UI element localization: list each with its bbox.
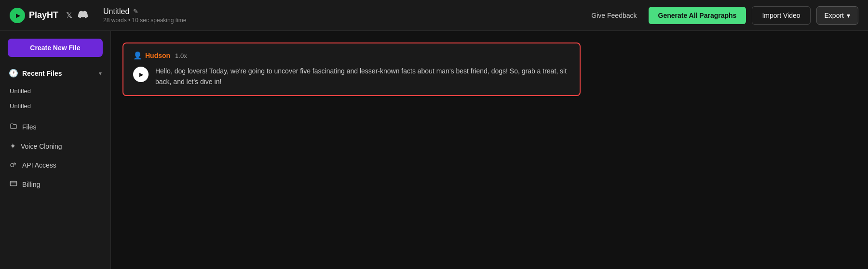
- topbar-right: Give Feedback Generate All Paragraphs Im…: [585, 6, 858, 25]
- export-label: Export: [825, 12, 844, 19]
- sidebar-item-billing[interactable]: Billing: [4, 175, 107, 194]
- generate-button[interactable]: Generate All Paragraphs: [649, 7, 746, 24]
- list-item[interactable]: Untitled: [4, 84, 107, 99]
- topbar-center: Untitled ✎ 28 words • 10 sec speaking ti…: [103, 7, 585, 24]
- import-video-button[interactable]: Import Video: [752, 6, 810, 25]
- topbar-left: PlayHT 𝕏: [10, 8, 88, 23]
- list-item[interactable]: Untitled: [4, 99, 107, 113]
- chevron-down-icon: ▾: [99, 70, 102, 77]
- clock-icon: 🕐: [9, 69, 18, 78]
- card-header: 👤 Hudson 1.0x: [133, 51, 570, 60]
- recent-files-section: 🕐 Recent Files ▾: [0, 65, 110, 82]
- voice-name: Hudson: [145, 52, 170, 59]
- sidebar-nav: Files ✦ Voice Cloning API Access Billing: [0, 113, 110, 194]
- logo[interactable]: PlayHT: [10, 8, 58, 23]
- sidebar-item-files[interactable]: Files: [4, 117, 107, 137]
- recent-files-title: 🕐 Recent Files: [9, 69, 62, 78]
- voice-selector[interactable]: 👤 Hudson: [133, 51, 170, 60]
- file-title: Untitled: [103, 7, 129, 16]
- api-key-icon: [10, 160, 17, 170]
- files-icon: [10, 122, 17, 132]
- voice-person-icon: 👤: [133, 51, 142, 60]
- svg-point-0: [11, 164, 14, 167]
- playht-logo-icon: [10, 8, 25, 23]
- play-button[interactable]: [133, 67, 149, 82]
- card-body: Hello, dog lovers! Today, we're going to…: [133, 66, 570, 87]
- social-icons: 𝕏: [66, 10, 88, 21]
- main-layout: Create New File 🕐 Recent Files ▾ Untitle…: [0, 31, 868, 269]
- content-area: 👤 Hudson 1.0x Hello, dog lovers! Today, …: [111, 31, 868, 269]
- voice-cloning-icon: ✦: [10, 142, 16, 151]
- export-button[interactable]: Export ▾: [816, 6, 858, 25]
- export-chevron-icon: ▾: [847, 12, 850, 19]
- svg-rect-1: [10, 181, 16, 185]
- edit-icon[interactable]: ✎: [133, 8, 138, 15]
- recent-files-list: Untitled Untitled: [0, 84, 110, 113]
- twitter-icon[interactable]: 𝕏: [66, 11, 72, 20]
- billing-icon: [10, 180, 17, 189]
- speed-label: 1.0x: [175, 52, 187, 59]
- sidebar-item-api-access[interactable]: API Access: [4, 156, 107, 175]
- create-new-file-button[interactable]: Create New File: [8, 39, 103, 57]
- feedback-button[interactable]: Give Feedback: [585, 8, 642, 23]
- paragraph-text: Hello, dog lovers! Today, we're going to…: [155, 66, 570, 87]
- sidebar-item-voice-cloning[interactable]: ✦ Voice Cloning: [4, 137, 107, 156]
- paragraph-card: 👤 Hudson 1.0x Hello, dog lovers! Today, …: [122, 42, 581, 96]
- file-title-row: Untitled ✎: [103, 7, 138, 16]
- discord-icon[interactable]: [78, 10, 88, 21]
- file-meta: 28 words • 10 sec speaking time: [103, 17, 186, 24]
- topbar: PlayHT 𝕏 Untitled ✎ 28 words • 10 sec sp…: [0, 0, 868, 31]
- logo-text: PlayHT: [29, 10, 58, 20]
- recent-files-header[interactable]: 🕐 Recent Files ▾: [4, 65, 107, 82]
- sidebar: Create New File 🕐 Recent Files ▾ Untitle…: [0, 31, 111, 269]
